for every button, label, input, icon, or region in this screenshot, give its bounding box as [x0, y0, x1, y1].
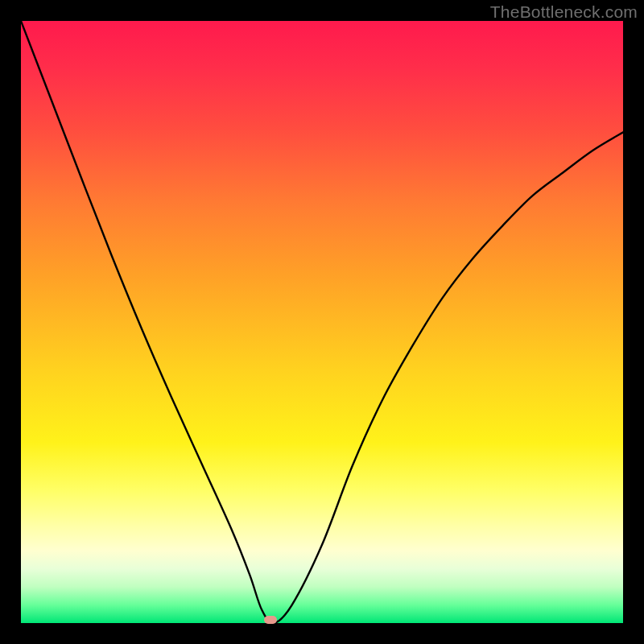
plot-area — [21, 21, 623, 623]
watermark-text: TheBottleneck.com — [490, 2, 638, 22]
bottleneck-curve — [21, 21, 623, 623]
optimum-marker — [264, 616, 277, 624]
chart-frame: TheBottleneck.com — [0, 0, 644, 644]
curve-path — [21, 21, 623, 623]
